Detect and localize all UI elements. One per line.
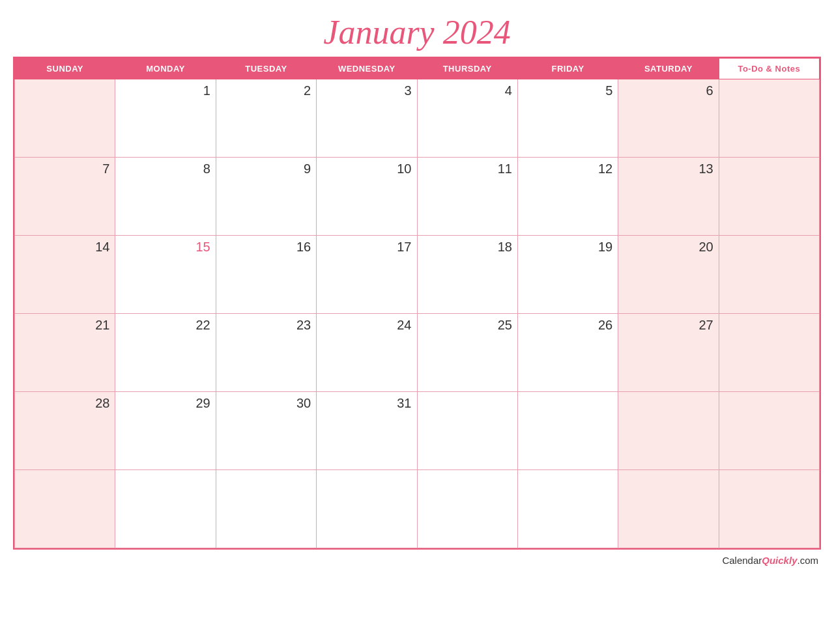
day-cell-1-4: 11 (417, 158, 517, 236)
day-cell-0-1: 1 (115, 79, 216, 158)
day-number-4-1: 29 (121, 396, 210, 411)
footer-com: .com (797, 555, 818, 566)
day-cell-0-2: 2 (216, 79, 316, 158)
day-number-3-3: 24 (322, 318, 411, 333)
week-row-0: 123456 (15, 79, 820, 158)
day-cell-1-6: 13 (618, 158, 719, 236)
header-tuesday: TUESDAY (216, 59, 316, 79)
calendar-table: SUNDAY MONDAY TUESDAY WEDNESDAY THURSDAY… (14, 58, 820, 548)
day-cell-3-1: 22 (115, 314, 216, 392)
day-cell-0-7 (719, 79, 819, 158)
header-friday: FRIDAY (517, 59, 618, 79)
day-number-1-2: 9 (222, 161, 311, 176)
day-number-0-4: 4 (423, 83, 512, 98)
header-saturday: SATURDAY (618, 59, 719, 79)
day-cell-0-0 (15, 79, 115, 158)
day-cell-5-7 (719, 470, 819, 548)
day-number-0-6: 6 (624, 83, 713, 98)
day-cell-4-3: 31 (317, 392, 417, 470)
day-cell-3-7 (719, 314, 819, 392)
day-cell-2-4: 18 (417, 236, 517, 314)
day-cell-2-6: 20 (618, 236, 719, 314)
week-row-3: 21222324252627 (15, 314, 820, 392)
day-cell-3-6: 27 (618, 314, 719, 392)
day-number-2-6: 20 (624, 240, 713, 255)
day-number-0-1: 1 (121, 83, 210, 98)
day-cell-4-0: 28 (15, 392, 115, 470)
day-number-3-6: 27 (624, 318, 713, 333)
day-cell-4-7 (719, 392, 819, 470)
day-cell-2-7 (719, 236, 819, 314)
day-number-3-0: 21 (20, 318, 109, 333)
day-number-1-0: 7 (20, 161, 109, 176)
day-number-0-5: 5 (523, 83, 612, 98)
day-number-4-3: 31 (322, 396, 411, 411)
week-row-4: 28293031 (15, 392, 820, 470)
day-cell-4-6 (618, 392, 719, 470)
calendar-body: 1234567891011121314151617181920212223242… (15, 79, 820, 548)
day-cell-3-4: 25 (417, 314, 517, 392)
day-number-2-0: 14 (20, 240, 109, 255)
day-cell-5-3 (317, 470, 417, 548)
footer-calendar: Calendar (722, 555, 762, 566)
day-cell-3-2: 23 (216, 314, 316, 392)
day-number-4-0: 28 (20, 396, 109, 411)
day-cell-4-1: 29 (115, 392, 216, 470)
day-cell-4-4 (417, 392, 517, 470)
day-cell-0-5: 5 (517, 79, 618, 158)
day-cell-1-2: 9 (216, 158, 316, 236)
day-cell-5-4 (417, 470, 517, 548)
day-number-4-2: 30 (222, 396, 311, 411)
header-wednesday: WEDNESDAY (317, 59, 417, 79)
footer: CalendarQuickly.com (13, 550, 821, 566)
day-number-1-5: 12 (523, 161, 612, 176)
day-number-3-1: 22 (121, 318, 210, 333)
day-cell-0-3: 3 (317, 79, 417, 158)
day-number-1-6: 13 (624, 161, 713, 176)
day-number-3-4: 25 (423, 318, 512, 333)
day-cell-1-5: 12 (517, 158, 618, 236)
day-cell-2-3: 17 (317, 236, 417, 314)
day-cell-2-0: 14 (15, 236, 115, 314)
day-cell-5-0 (15, 470, 115, 548)
day-cell-5-1 (115, 470, 216, 548)
day-cell-3-3: 24 (317, 314, 417, 392)
day-number-1-3: 10 (322, 161, 411, 176)
day-cell-1-7 (719, 158, 819, 236)
day-number-2-5: 19 (523, 240, 612, 255)
footer-quickly: Quickly (762, 555, 797, 566)
day-cell-2-1: 15 (115, 236, 216, 314)
header-thursday: THURSDAY (417, 59, 517, 79)
day-cell-0-4: 4 (417, 79, 517, 158)
day-number-0-2: 2 (222, 83, 311, 98)
day-cell-5-2 (216, 470, 316, 548)
day-number-2-4: 18 (423, 240, 512, 255)
day-cell-1-0: 7 (15, 158, 115, 236)
day-number-3-5: 26 (523, 318, 612, 333)
day-number-1-1: 8 (121, 161, 210, 176)
day-number-0-3: 3 (322, 83, 411, 98)
header-monday: MONDAY (115, 59, 216, 79)
day-number-2-2: 16 (222, 240, 311, 255)
day-cell-3-5: 26 (517, 314, 618, 392)
day-cell-1-1: 8 (115, 158, 216, 236)
header-sunday: SUNDAY (15, 59, 115, 79)
week-row-2: 14151617181920 (15, 236, 820, 314)
header-row: SUNDAY MONDAY TUESDAY WEDNESDAY THURSDAY… (15, 59, 820, 79)
day-cell-4-5 (517, 392, 618, 470)
day-cell-5-5 (517, 470, 618, 548)
calendar-wrapper: SUNDAY MONDAY TUESDAY WEDNESDAY THURSDAY… (13, 57, 821, 550)
day-cell-2-2: 16 (216, 236, 316, 314)
calendar-title: January 2024 (13, 13, 821, 51)
day-number-2-3: 17 (322, 240, 411, 255)
day-cell-3-0: 21 (15, 314, 115, 392)
day-cell-0-6: 6 (618, 79, 719, 158)
week-row-5 (15, 470, 820, 548)
day-cell-5-6 (618, 470, 719, 548)
header-notes: To-Do & Notes (719, 59, 819, 79)
week-row-1: 78910111213 (15, 158, 820, 236)
day-number-2-1: 15 (121, 240, 210, 255)
day-cell-1-3: 10 (317, 158, 417, 236)
day-number-3-2: 23 (222, 318, 311, 333)
day-number-1-4: 11 (423, 161, 512, 176)
